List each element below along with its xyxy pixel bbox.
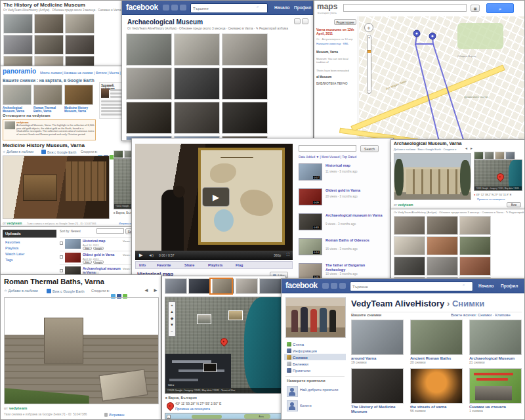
related-video[interactable]: 0:57 Historical map 11 views - 3 months … bbox=[299, 162, 387, 186]
photo-thumbnail[interactable] bbox=[459, 257, 491, 276]
photo-thumbnail[interactable] bbox=[114, 150, 123, 158]
photo-thumbnail[interactable] bbox=[34, 35, 64, 54]
map-item[interactable]: Museum, Varna bbox=[316, 51, 357, 54]
directions-icon[interactable]: ▦ bbox=[471, 5, 480, 12]
sidebar-item-photos[interactable]: Снимки bbox=[287, 355, 308, 360]
insight-button[interactable]: Insight bbox=[93, 247, 104, 250]
see-all-links[interactable]: Вижте всички: Снимки · Клипове bbox=[451, 313, 511, 317]
prev-photo-button[interactable]: ◄ bbox=[465, 146, 468, 150]
comment-photo-thumb[interactable] bbox=[5, 121, 15, 129]
photo-thumbnail[interactable] bbox=[427, 257, 458, 276]
pan-control[interactable]: ✛ bbox=[364, 23, 373, 32]
album-subtitle[interactable]: От VedyTeam AliveHistory (Албум) · Обнов… bbox=[127, 27, 291, 30]
related-video[interactable]: 0:14 Roman Baths of Odessos 15 views - 3… bbox=[299, 237, 387, 261]
nav-home[interactable]: Начало bbox=[274, 5, 290, 10]
album-card[interactable]: around Varna 19 снимки bbox=[351, 320, 406, 364]
nav-profile[interactable]: Профил bbox=[294, 5, 311, 10]
mini-satellite-map[interactable]: ©2011 Google - Imagery ©2011, Map data ©… bbox=[474, 159, 522, 191]
prev-photo-button[interactable]: ◄ bbox=[144, 287, 149, 293]
maps-search-input[interactable] bbox=[343, 4, 467, 12]
zoom-out-icon[interactable]: − bbox=[368, 89, 371, 93]
edit-button[interactable]: Edit bbox=[83, 261, 92, 264]
friend-requests-icon[interactable] bbox=[163, 5, 169, 10]
photo-author[interactable]: от vedyteam bbox=[4, 406, 27, 410]
album-title[interactable]: The History of Medicine Museum bbox=[351, 405, 406, 414]
manager-menu-item[interactable]: Playlists bbox=[5, 246, 18, 250]
photo-thumbnail[interactable] bbox=[174, 33, 220, 66]
change-position-link[interactable]: Промяна на позицията bbox=[477, 198, 505, 201]
nav-home[interactable]: Начало bbox=[478, 284, 494, 288]
facebook-search-input[interactable] bbox=[350, 282, 473, 291]
nav-profile[interactable]: Профил bbox=[501, 284, 518, 288]
photo-thumbnail[interactable] bbox=[64, 85, 93, 105]
photo-thumbnail[interactable] bbox=[427, 216, 458, 235]
google-earth-link[interactable]: Виж с Google Earth bbox=[47, 289, 85, 293]
map-item[interactable]: БИБЛИОТЕКА ПЕНЧО bbox=[316, 82, 357, 85]
row-checkbox[interactable] bbox=[60, 242, 63, 245]
video-title[interactable]: Historical map bbox=[83, 239, 121, 243]
row-checkbox[interactable] bbox=[60, 255, 63, 259]
photo-thumbnail[interactable] bbox=[126, 68, 172, 100]
photo-thumbnail[interactable] bbox=[34, 14, 64, 33]
manager-row[interactable]: Oldest gold in Varna April 14, 2011 Edit… bbox=[60, 251, 141, 264]
photo-thumbnail[interactable] bbox=[459, 236, 491, 255]
album-card[interactable]: Ancient Roman Baths 20 снимки bbox=[410, 320, 465, 364]
tab-playlists[interactable]: Playlists bbox=[208, 263, 222, 267]
favorite-link[interactable]: ☆ Добави в любими bbox=[4, 289, 38, 293]
friend-group-label[interactable]: Колеги bbox=[300, 404, 342, 408]
map-item[interactable]: Theirs have been renovated bbox=[316, 69, 357, 72]
photo-thumbnail[interactable] bbox=[212, 278, 234, 294]
photo-thumbnail[interactable] bbox=[188, 278, 211, 294]
friend-suggestion[interactable] bbox=[287, 400, 298, 411]
zoom-slider-handle[interactable] bbox=[368, 50, 371, 53]
sidebar-sort-links[interactable]: Date Added ▼ | Most Viewed | Top Rated bbox=[299, 156, 356, 159]
sidebar-search-input[interactable] bbox=[299, 145, 356, 152]
friend-group-label[interactable]: Най-добрите приятели bbox=[300, 388, 342, 392]
friend-requests-icon[interactable] bbox=[322, 283, 329, 289]
facebook-logo[interactable]: facebook bbox=[285, 281, 318, 290]
tab-share[interactable]: Share bbox=[184, 263, 194, 267]
satellite-map[interactable]: +▲◆▼− 500 м ©2011 Google - Imagery ©2011… bbox=[165, 297, 283, 394]
grid-view-button[interactable] bbox=[294, 18, 301, 24]
photo-thumbnail[interactable] bbox=[222, 102, 268, 134]
sidebar-item-friends[interactable]: Приятели bbox=[287, 368, 310, 373]
photo-caption[interactable]: Archeological Museum, Varna bbox=[3, 106, 33, 113]
manager-menu-item[interactable]: Tags bbox=[5, 258, 13, 262]
photo-thumbnail[interactable] bbox=[394, 216, 425, 235]
photo-thumbnail[interactable] bbox=[174, 102, 220, 134]
map-pin-icon[interactable] bbox=[495, 172, 506, 182]
world-map-strip[interactable]: Asia + bbox=[165, 413, 283, 419]
photo-toolbar[interactable]: Добави в любими · Виж с Google Earth · С… bbox=[394, 148, 457, 151]
related-video[interactable]: 0:33 Archaeological museum in Varna 9 vi… bbox=[299, 212, 387, 236]
photo-thumbnail[interactable] bbox=[3, 85, 32, 105]
sidebar-item-notes[interactable]: Бележки bbox=[287, 362, 308, 366]
view-button[interactable]: Виж bbox=[507, 202, 521, 207]
album-cover[interactable] bbox=[351, 368, 404, 404]
album-cover[interactable] bbox=[351, 320, 404, 355]
photo-thumbnail[interactable] bbox=[484, 152, 494, 159]
notifications-icon[interactable] bbox=[180, 5, 186, 10]
delete-link[interactable]: Изтриване bbox=[119, 222, 132, 225]
play-overlay-button[interactable]: ▶ bbox=[202, 187, 230, 207]
zoom-in-icon[interactable]: + bbox=[167, 415, 171, 419]
list-view-button[interactable] bbox=[302, 18, 308, 24]
photo-thumbnail[interactable] bbox=[236, 278, 258, 294]
album-card[interactable]: Archaeological Museum 21 снимки bbox=[469, 320, 524, 364]
tab-favorite[interactable]: Favorite bbox=[157, 263, 171, 267]
photo-author[interactable]: от vedyteam bbox=[3, 221, 22, 225]
facebook-logo[interactable]: facebook bbox=[126, 3, 158, 12]
fullscreen-icon[interactable]: ⛶ bbox=[287, 253, 289, 257]
manager-search-input[interactable] bbox=[96, 228, 124, 234]
map-item[interactable]: Museum: You can see local tradition of bbox=[316, 57, 357, 64]
messages-icon[interactable] bbox=[331, 283, 337, 289]
photo-thumbnail[interactable] bbox=[394, 257, 425, 276]
video-title[interactable]: The father of Bulgarian Archeology bbox=[326, 263, 385, 272]
album-subtitle[interactable]: От VedyTeam AliveHistory (Албум) · Обнов… bbox=[394, 211, 524, 214]
manager-menu-item[interactable]: Watch Later bbox=[5, 252, 24, 256]
related-video[interactable]: 0:09 Oldest gold in Varna 20 views - 3 m… bbox=[299, 187, 387, 211]
photo-popup[interactable] bbox=[197, 314, 211, 324]
map-item[interactable]: al Museum bbox=[316, 75, 357, 79]
photo-caption[interactable]: Medicine History Museum, Varna bbox=[64, 106, 94, 113]
zoom-in-icon[interactable]: + bbox=[368, 35, 371, 40]
messages-icon[interactable] bbox=[171, 5, 178, 10]
